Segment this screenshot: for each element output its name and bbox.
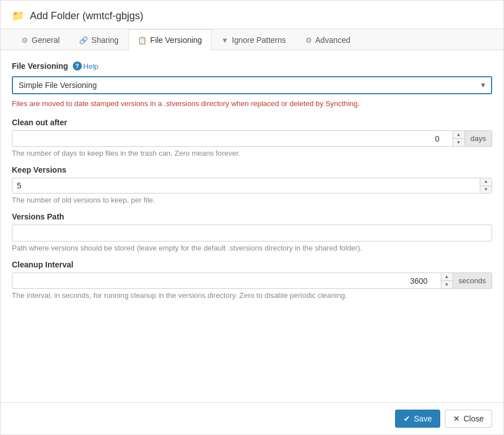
keep-versions-input-wrapper: ▲ ▼ bbox=[12, 178, 492, 194]
folder-icon: 📁 bbox=[12, 10, 24, 22]
keep-versions-spinner-wrapper: ▲ ▼ bbox=[12, 178, 492, 194]
tab-general[interactable]: ⚙ General bbox=[12, 29, 69, 50]
versions-path-input[interactable] bbox=[12, 225, 492, 241]
gear-icon-general: ⚙ bbox=[21, 36, 28, 45]
help-link[interactable]: ? Help bbox=[73, 61, 99, 71]
versions-path-hint: Path where versions should be stored (le… bbox=[12, 244, 492, 252]
clean-out-after-increment[interactable]: ▲ bbox=[453, 131, 464, 139]
versioning-type-select[interactable]: No File Versioning Trash Can File Versio… bbox=[12, 76, 492, 94]
tab-advanced-label: Advanced bbox=[315, 36, 350, 45]
tab-sharing[interactable]: 🔗 Sharing bbox=[69, 29, 128, 50]
tab-ignore-patterns[interactable]: ▼ Ignore Patterns bbox=[212, 29, 296, 50]
save-check-icon: ✔ bbox=[404, 414, 410, 423]
tabs-container: ⚙ General 🔗 Sharing 📋 File Versioning ▼ … bbox=[1, 29, 503, 50]
save-button[interactable]: ✔ Save bbox=[395, 410, 440, 428]
keep-versions-input[interactable] bbox=[12, 178, 480, 193]
file-versioning-title: File Versioning bbox=[12, 61, 68, 71]
clean-out-after-label: Clean out after bbox=[12, 118, 492, 127]
cleanup-interval-spinner-buttons: ▲ ▼ bbox=[441, 273, 453, 288]
clean-out-after-hint: The number of days to keep files in the … bbox=[12, 149, 492, 157]
help-icon: ? bbox=[73, 61, 82, 71]
clean-out-after-group: Clean out after ▲ ▼ days The number of d… bbox=[12, 118, 492, 157]
clean-out-after-input-wrapper: ▲ ▼ days bbox=[12, 130, 492, 147]
keep-versions-label: Keep Versions bbox=[12, 165, 492, 174]
keep-versions-increment[interactable]: ▲ bbox=[480, 178, 492, 186]
clean-out-after-spinner-wrapper: ▲ ▼ bbox=[12, 130, 464, 147]
tab-general-label: General bbox=[32, 36, 60, 45]
versioning-info-text: Files are moved to date stamped versions… bbox=[12, 99, 492, 109]
keep-versions-hint: The number of old versions to keep, per … bbox=[12, 196, 492, 204]
tab-file-versioning[interactable]: 📋 File Versioning bbox=[128, 29, 212, 50]
clean-out-after-decrement[interactable]: ▼ bbox=[453, 139, 464, 146]
share-icon: 🔗 bbox=[79, 36, 88, 45]
modal-header: 📁 Add Folder (wmtcf-gbjgs) bbox=[1, 1, 503, 29]
cleanup-interval-input[interactable] bbox=[12, 273, 441, 288]
cleanup-interval-input-wrapper: ▲ ▼ seconds bbox=[12, 273, 492, 289]
gear-icon-advanced: ⚙ bbox=[305, 36, 312, 45]
save-label: Save bbox=[414, 414, 432, 423]
close-x-icon: ✕ bbox=[453, 414, 460, 423]
keep-versions-spinner-buttons: ▲ ▼ bbox=[480, 178, 492, 193]
cleanup-interval-increment[interactable]: ▲ bbox=[441, 273, 453, 281]
cleanup-interval-spinner-wrapper: ▲ ▼ bbox=[12, 273, 453, 289]
modal-footer: ✔ Save ✕ Close bbox=[1, 402, 503, 434]
tab-file-versioning-label: File Versioning bbox=[150, 36, 202, 45]
tab-ignore-patterns-label: Ignore Patterns bbox=[232, 36, 286, 45]
close-button[interactable]: ✕ Close bbox=[445, 410, 492, 428]
filter-icon: ▼ bbox=[221, 36, 229, 45]
versioning-type-select-wrapper: No File Versioning Trash Can File Versio… bbox=[12, 76, 492, 94]
keep-versions-decrement[interactable]: ▼ bbox=[480, 186, 492, 194]
clean-out-after-input[interactable] bbox=[12, 131, 453, 146]
section-header: File Versioning ? Help bbox=[12, 61, 492, 71]
clean-out-after-addon: days bbox=[464, 130, 492, 147]
cleanup-interval-group: Cleanup Interval ▲ ▼ seconds The interva… bbox=[12, 260, 492, 300]
tab-advanced[interactable]: ⚙ Advanced bbox=[296, 29, 360, 50]
cleanup-interval-decrement[interactable]: ▼ bbox=[441, 281, 453, 288]
close-label: Close bbox=[463, 414, 484, 423]
clean-out-after-spinner-buttons: ▲ ▼ bbox=[453, 131, 464, 146]
versions-path-label: Versions Path bbox=[12, 212, 492, 221]
keep-versions-group: Keep Versions ▲ ▼ The number of old vers… bbox=[12, 165, 492, 204]
cleanup-interval-hint: The interval, in seconds, for running cl… bbox=[12, 291, 492, 300]
help-label: Help bbox=[84, 62, 99, 71]
versions-path-group: Versions Path Path where versions should… bbox=[12, 212, 492, 252]
tab-sharing-label: Sharing bbox=[91, 36, 119, 45]
cleanup-interval-label: Cleanup Interval bbox=[12, 260, 492, 269]
file-versioning-icon: 📋 bbox=[138, 36, 147, 45]
cleanup-interval-addon: seconds bbox=[453, 273, 492, 289]
modal-body: File Versioning ? Help No File Versionin… bbox=[1, 50, 503, 402]
modal-container: 📁 Add Folder (wmtcf-gbjgs) ⚙ General 🔗 S… bbox=[0, 0, 504, 435]
modal-title: Add Folder (wmtcf-gbjgs) bbox=[30, 10, 143, 22]
